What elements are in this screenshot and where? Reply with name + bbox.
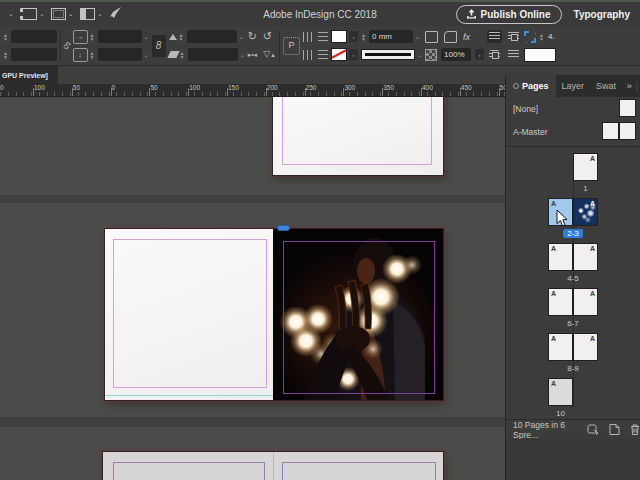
master-none-row[interactable]: [None] bbox=[506, 97, 640, 120]
page-thumbnail[interactable]: A bbox=[573, 153, 598, 181]
wrap-around-bounding-box-button[interactable] bbox=[506, 30, 521, 43]
page-thumbnail[interactable]: A bbox=[548, 333, 573, 361]
page-thumbnail[interactable]: A bbox=[573, 333, 598, 361]
arrange-documents-button[interactable]: ⌄ bbox=[80, 8, 103, 20]
rotation-stepper[interactable]: ▲▼ bbox=[179, 33, 185, 41]
object-style-dropdown[interactable] bbox=[524, 48, 556, 62]
chevron-down-icon[interactable]: ⌄ bbox=[240, 51, 245, 58]
tab-swatches[interactable]: Swat bbox=[590, 75, 622, 97]
align-bottom-icon[interactable] bbox=[303, 50, 313, 60]
effects-fx-button[interactable]: fx bbox=[463, 32, 470, 42]
wrap-around-object-button[interactable] bbox=[487, 48, 502, 61]
opacity-more-button[interactable]: › bbox=[475, 49, 484, 60]
master-none-thumbnail[interactable] bbox=[619, 99, 636, 117]
chevron-down-icon[interactable]: ⌄ bbox=[144, 51, 149, 58]
chevron-down-icon[interactable]: ⌄ bbox=[144, 33, 149, 40]
page-label[interactable]: 4-5 bbox=[548, 272, 598, 286]
master-a-row[interactable]: A-Master bbox=[506, 120, 640, 143]
broken-link-icon[interactable]: 8 bbox=[62, 39, 72, 51]
text-wrap-group bbox=[487, 29, 521, 62]
tab-layers[interactable]: Layer bbox=[556, 75, 591, 97]
frame-edges-icon[interactable] bbox=[524, 31, 536, 43]
publish-online-button[interactable]: Publish Online bbox=[456, 5, 562, 24]
spread-row-2-3[interactable]: AA2-3 bbox=[506, 198, 640, 243]
delete-page-trash-icon[interactable] bbox=[630, 424, 640, 435]
page-thumbnail[interactable]: A bbox=[573, 243, 598, 271]
chevron-down-icon[interactable]: ⌄ bbox=[239, 33, 244, 40]
fill-more-button[interactable]: › bbox=[349, 31, 358, 42]
page-thumbnail[interactable]: A bbox=[573, 198, 598, 226]
y-position-field[interactable] bbox=[11, 48, 57, 61]
align-top-icon[interactable] bbox=[303, 32, 313, 42]
page-3-photo[interactable] bbox=[273, 229, 443, 400]
document-tab[interactable]: GPU Preview] bbox=[0, 66, 58, 84]
spread-row-1[interactable]: A1 bbox=[506, 153, 640, 198]
spread-1-page[interactable] bbox=[273, 97, 443, 175]
page-thumbnail[interactable]: A bbox=[548, 243, 573, 271]
corner-radius-value[interactable]: 4. bbox=[548, 32, 555, 41]
width-field[interactable] bbox=[98, 30, 142, 43]
stroke-swatch[interactable] bbox=[331, 48, 347, 61]
flip-vertical-button[interactable]: ▽▲ bbox=[263, 50, 276, 59]
corner-options-icon[interactable] bbox=[425, 31, 438, 43]
spread-row-6-7[interactable]: AA6-7 bbox=[506, 288, 640, 333]
height-field[interactable] bbox=[98, 48, 142, 61]
page-2[interactable] bbox=[105, 229, 273, 400]
corner-stepper[interactable]: ▲▼ bbox=[539, 33, 545, 41]
page-thumbnail[interactable]: A bbox=[573, 288, 598, 316]
w-stepper[interactable]: ▲▼ bbox=[90, 33, 96, 41]
cyan-guide[interactable] bbox=[105, 395, 273, 396]
tab-pages[interactable]: Pages bbox=[506, 75, 556, 97]
h-stepper[interactable]: ▲▼ bbox=[90, 51, 96, 59]
corner-radius-icon[interactable] bbox=[444, 31, 457, 43]
spread-row-8-9[interactable]: AA8-9 bbox=[506, 333, 640, 378]
chevron-down-icon[interactable]: ⌄ bbox=[417, 51, 422, 58]
no-text-wrap-button[interactable] bbox=[487, 30, 502, 43]
panel-expand-icon[interactable]: » bbox=[627, 81, 632, 91]
master-a-thumbnail[interactable] bbox=[602, 122, 636, 140]
spread-selection-handle[interactable] bbox=[277, 225, 290, 231]
gpu-performance-rocket-icon[interactable] bbox=[109, 5, 122, 23]
select-container-button[interactable]: P bbox=[283, 37, 300, 55]
master-letter: A bbox=[551, 335, 556, 342]
y-stepper[interactable]: ▲▼ bbox=[3, 51, 9, 59]
rotation-angle-field[interactable] bbox=[187, 30, 237, 43]
spread-4-5[interactable] bbox=[103, 452, 443, 480]
flip-horizontal-button[interactable]: ▸▪◂ bbox=[248, 51, 258, 58]
page-label[interactable]: 8-9 bbox=[548, 362, 598, 376]
spread-row-10[interactable]: A10 bbox=[506, 378, 640, 423]
page-thumbnail[interactable]: A bbox=[548, 288, 573, 316]
stroke-more-button[interactable]: › bbox=[349, 49, 358, 60]
tab-pages-label: Pages bbox=[522, 81, 549, 91]
page-label[interactable]: 6-7 bbox=[548, 317, 598, 331]
title-bar: ⌄ ⌄ ⌄ ⌄ Adobe InDesign CC 2018 Publish O… bbox=[0, 0, 640, 26]
x-position-field[interactable] bbox=[11, 30, 57, 43]
new-page-button[interactable] bbox=[609, 424, 620, 435]
opacity-field[interactable]: 100% bbox=[441, 48, 471, 61]
x-stepper[interactable]: ▲▼ bbox=[3, 33, 9, 41]
distribute-horizontal-icon[interactable] bbox=[318, 32, 328, 42]
distribute-vertical-icon[interactable] bbox=[318, 50, 328, 60]
page-label[interactable]: 1 bbox=[573, 182, 598, 196]
screen-mode-button[interactable]: ⌄ bbox=[51, 8, 74, 20]
spread-2-3[interactable] bbox=[105, 229, 443, 400]
view-options-button[interactable]: ⌄ bbox=[20, 8, 45, 20]
stroke-group: ▲▼0 mm⌄ ⌄ bbox=[361, 29, 422, 62]
stroke-type-dropdown[interactable] bbox=[361, 49, 415, 60]
spread-row-4-5[interactable]: AA4-5 bbox=[506, 243, 640, 288]
stroke-weight-stepper[interactable]: ▲▼ bbox=[361, 33, 367, 41]
stroke-weight-field[interactable]: 0 mm bbox=[369, 30, 413, 43]
shear-stepper[interactable]: ▲▼ bbox=[180, 51, 186, 59]
workspace-switcher[interactable]: Typography bbox=[574, 9, 630, 20]
page-thumbnail[interactable]: A bbox=[548, 378, 573, 406]
rotate-cw-button[interactable]: ↻ bbox=[248, 31, 257, 42]
edit-page-size-button[interactable] bbox=[587, 424, 599, 435]
chevron-down-icon[interactable]: ⌄ bbox=[415, 33, 420, 40]
jump-object-button[interactable] bbox=[506, 48, 521, 61]
fill-swatch[interactable] bbox=[331, 30, 347, 43]
zoom-level-chevron-icon[interactable]: ⌄ bbox=[8, 10, 14, 18]
shear-angle-field[interactable] bbox=[188, 48, 238, 61]
arrange-documents-icon bbox=[80, 8, 95, 20]
rotate-ccw-button[interactable]: ↺ bbox=[263, 31, 272, 42]
constrain-proportions-chain-icon[interactable]: 8 bbox=[152, 35, 166, 57]
